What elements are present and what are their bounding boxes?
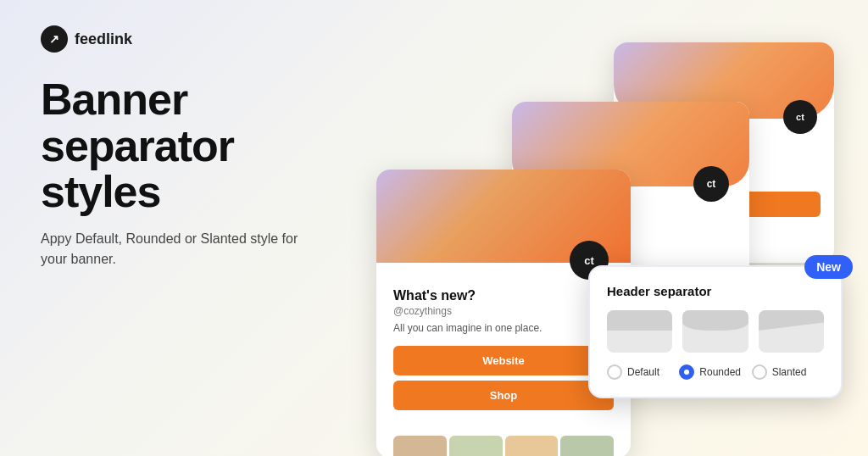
card-front-desc: All you can imagine in one place.: [393, 322, 614, 334]
card-front-banner: ct: [376, 170, 631, 263]
card-front-photo-grid: [376, 429, 631, 456]
radio-label-rounded: Rounded: [699, 366, 741, 378]
photo-thumb-2: [449, 436, 503, 456]
style-options: [607, 310, 824, 353]
radio-option-slanted[interactable]: Slanted: [752, 364, 824, 380]
card-back-avatar: ct: [783, 100, 817, 134]
radio-circle-default: [607, 364, 622, 380]
hero-title: Banner separator styles: [41, 76, 312, 215]
hero-text-block: Banner separator styles Appy Default, Ro…: [41, 76, 312, 270]
logo-area: ↗ feedlink: [41, 25, 132, 53]
photo-thumb-4: [560, 436, 614, 456]
radio-label-default: Default: [627, 366, 659, 378]
style-preview-default[interactable]: [607, 310, 672, 353]
style-preview-rounded[interactable]: [682, 310, 748, 353]
radio-circle-rounded: [679, 364, 694, 380]
separator-panel-title: Header separator: [607, 284, 824, 298]
card-front-website-button[interactable]: Website: [393, 346, 614, 375]
logo-arrow: ↗: [49, 32, 59, 46]
radio-circle-slanted: [752, 364, 767, 380]
logo-icon: ↗: [41, 25, 68, 53]
card-mid-avatar: ct: [693, 166, 729, 202]
card-front-shop-button[interactable]: Shop: [393, 381, 614, 410]
radio-label-slanted: Slanted: [772, 366, 807, 378]
style-preview-slanted[interactable]: [759, 310, 824, 353]
new-badge: New: [804, 255, 853, 279]
radio-option-default[interactable]: Default: [607, 364, 679, 380]
logo-text: feedlink: [75, 31, 132, 48]
card-front-handle: @cozythings: [393, 305, 614, 317]
radio-option-rounded[interactable]: Rounded: [679, 364, 751, 380]
radio-options: Default Rounded Slanted: [607, 364, 824, 380]
separator-panel: Header separator Default Rounded Slanted…: [588, 265, 843, 398]
cards-container: ct What's new? @cozythings n imagine in …: [359, 34, 851, 449]
photo-thumb-1: [393, 436, 447, 456]
photo-thumb-3: [505, 436, 559, 456]
card-front-title: What's new?: [393, 288, 614, 303]
hero-subtitle: Appy Default, Rounded or Slanted style f…: [41, 229, 312, 270]
